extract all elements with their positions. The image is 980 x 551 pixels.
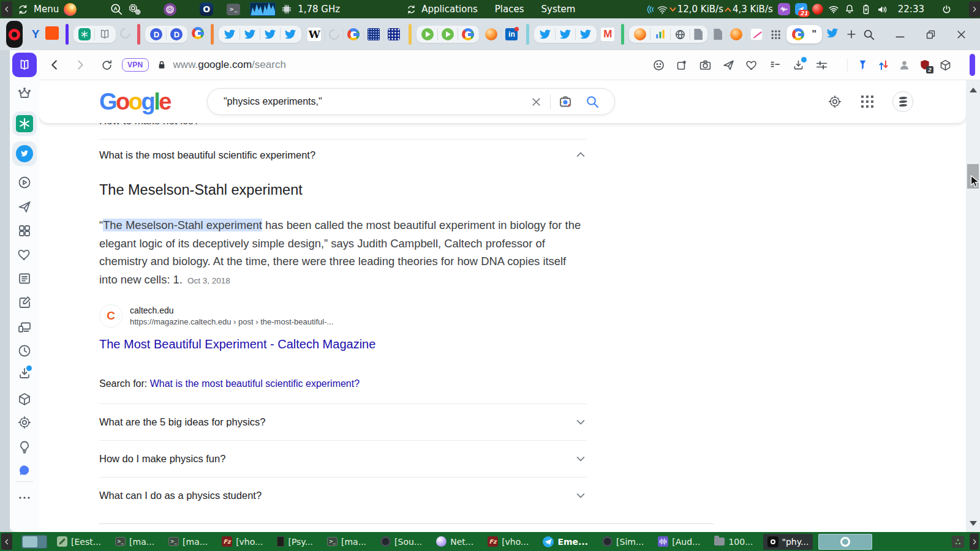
pinned-tab[interactable] xyxy=(824,27,840,42)
extension-traffic-icon[interactable] xyxy=(877,59,890,72)
tab-group-bar[interactable] xyxy=(211,24,214,45)
task-button[interactable]: [Sim... xyxy=(598,534,648,550)
extension-funnel-icon[interactable] xyxy=(856,59,869,72)
terminal-launcher-icon[interactable]: >_ xyxy=(227,4,240,15)
trash-applet-icon[interactable] xyxy=(952,536,964,548)
firefox-launcher-icon[interactable] xyxy=(64,3,77,16)
account-avatar[interactable] xyxy=(892,91,913,112)
task-button[interactable]: [Eest... xyxy=(53,534,105,550)
panel-clock[interactable]: 22:33 xyxy=(898,4,924,15)
sidebar-item-book-open[interactable] xyxy=(12,53,37,77)
sidebar-item-crown[interactable] xyxy=(17,86,32,102)
expand-chevron-icon[interactable] xyxy=(575,452,587,465)
paa-question-open[interactable]: What is the most beautiful scientific ex… xyxy=(99,146,587,164)
tab-favicon-twitter[interactable] xyxy=(826,27,839,39)
task-button[interactable]: [Psy... xyxy=(273,534,317,550)
task-button[interactable]: Net... xyxy=(432,534,478,550)
settings-gears-icon[interactable] xyxy=(128,2,141,16)
address-bar[interactable]: www.google.com/search xyxy=(173,59,286,71)
tab-group[interactable] xyxy=(629,26,707,43)
tab-search-button[interactable] xyxy=(862,28,875,41)
tab-favicon-loading[interactable] xyxy=(325,29,343,40)
reload-button[interactable] xyxy=(100,59,113,72)
sidebar-item-gear[interactable] xyxy=(17,414,32,430)
sidebar-item-cube[interactable] xyxy=(17,391,32,407)
tab-favicon-orange-ball[interactable] xyxy=(726,28,746,40)
applications-menu-icon[interactable] xyxy=(406,4,417,15)
signal-waves-icon[interactable] xyxy=(645,4,657,15)
applications-menu[interactable]: Applications xyxy=(421,4,478,15)
google-lens-icon[interactable] xyxy=(558,94,573,109)
sidebar-item-send[interactable] xyxy=(17,199,32,215)
tab-favicon-twitter[interactable] xyxy=(535,28,555,40)
tab-group-bar[interactable] xyxy=(137,24,140,45)
result-title-link[interactable]: The Most Beautiful Experiment - Caltech … xyxy=(99,337,587,351)
tab-favicon-twitter[interactable] xyxy=(260,28,280,40)
search-submit-icon[interactable] xyxy=(585,94,600,109)
tab-favicon-twitter[interactable] xyxy=(220,28,239,40)
extension-profile-icon[interactable] xyxy=(898,59,911,72)
tab-favicon-navy-pattern-2[interactable] xyxy=(383,28,404,40)
task-button[interactable]: "phy... xyxy=(763,534,813,550)
audio-app-icon[interactable] xyxy=(778,3,790,15)
paa-question[interactable]: How do I make physics fun? xyxy=(99,449,587,468)
active-tab[interactable]: " xyxy=(786,25,822,43)
task-button[interactable]: >_[ma... xyxy=(164,534,212,550)
window-close-button[interactable] xyxy=(955,28,968,41)
places-menu[interactable]: Places xyxy=(495,4,524,15)
search-for-link[interactable]: What is the most beautiful scientific ex… xyxy=(150,378,360,389)
tab-favicon-globe[interactable] xyxy=(670,29,690,40)
tab-group[interactable] xyxy=(710,28,784,40)
menu-icon[interactable] xyxy=(17,4,29,15)
tab-group[interactable] xyxy=(417,26,479,43)
task-button[interactable]: Eme... xyxy=(538,534,592,550)
paa-question[interactable]: What can I do as a physics student? xyxy=(99,486,587,504)
tab-favicon-google[interactable] xyxy=(788,28,808,40)
easy-setup-button[interactable] xyxy=(815,59,828,72)
pinned-tab[interactable]: Y xyxy=(30,28,42,41)
reading-list-button[interactable] xyxy=(769,59,782,72)
result-source[interactable]: C caltech.edu https://magazine.caltech.e… xyxy=(99,304,587,328)
tab-favicon-navy-pattern[interactable] xyxy=(363,28,383,40)
google-logo[interactable]: Google xyxy=(99,89,170,115)
window-minimize-button[interactable] xyxy=(894,28,907,41)
tab-favicon-orange-square[interactable] xyxy=(45,26,59,40)
sidebar-item-twitter-side[interactable] xyxy=(12,141,37,166)
extension-cube-icon[interactable] xyxy=(939,59,952,72)
taskbar-expand-button[interactable] xyxy=(970,533,979,550)
sidebar-item-dots3[interactable] xyxy=(17,490,32,506)
opera-launcher-icon[interactable]: O xyxy=(200,2,213,16)
sidebar-item-chat-bubble[interactable] xyxy=(17,463,32,479)
scrollbar-thumb[interactable] xyxy=(967,164,979,189)
sidebar-item-devices[interactable] xyxy=(17,319,32,335)
tab-favicon-chatgpt[interactable] xyxy=(75,28,94,40)
tab-favicon-d-letter[interactable]: D xyxy=(166,28,186,40)
notifications-bell-icon[interactable] xyxy=(844,4,855,15)
tab-favicon-doc[interactable] xyxy=(710,29,726,40)
sidebar-item-clock[interactable] xyxy=(17,343,32,359)
sidebar-item-bulb[interactable] xyxy=(17,439,32,455)
tab-group[interactable] xyxy=(534,26,597,43)
tab-favicon-twitter[interactable] xyxy=(239,28,260,40)
tab-group-bar[interactable] xyxy=(526,24,529,45)
task-button[interactable] xyxy=(818,534,872,550)
tab-favicon-book[interactable] xyxy=(94,28,115,40)
messages-tray-icon[interactable]: 21 xyxy=(795,3,807,15)
tab-favicon-google[interactable] xyxy=(343,28,363,40)
tab-favicon-google[interactable] xyxy=(192,27,204,39)
tor-browser-icon[interactable] xyxy=(164,3,176,16)
back-button[interactable] xyxy=(48,58,61,72)
expand-chevron-icon[interactable] xyxy=(575,489,587,501)
tab-group-bar[interactable] xyxy=(621,24,624,45)
sidebar-item-download[interactable] xyxy=(17,365,32,381)
sidebar-item-heart[interactable] xyxy=(17,247,32,263)
pinned-tab[interactable]: M xyxy=(599,28,616,41)
task-button[interactable]: >_[ma... xyxy=(111,534,159,550)
tab-favicon-google[interactable] xyxy=(458,28,478,40)
panel-collapse-left-button[interactable] xyxy=(1,1,12,17)
scroll-up-arrow[interactable] xyxy=(970,88,977,92)
tab-favicon-yandex[interactable]: Y xyxy=(32,28,40,41)
sidebar-panel-handle[interactable] xyxy=(970,54,975,76)
wifi-status-icon[interactable] xyxy=(657,4,668,15)
menu-button[interactable]: Menu xyxy=(34,4,59,15)
